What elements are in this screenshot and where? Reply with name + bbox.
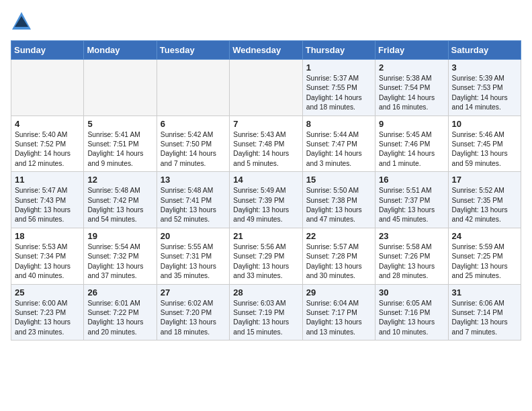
cell-info: Daylight: 14 hours	[15, 149, 80, 158]
calendar-cell: 25Sunrise: 6:00 AMSunset: 7:23 PMDayligh…	[11, 284, 84, 340]
cell-info: and 47 minutes.	[306, 215, 371, 224]
calendar-cell: 17Sunrise: 5:52 AMSunset: 7:35 PMDayligh…	[448, 172, 521, 228]
day-number: 3	[452, 62, 517, 73]
cell-info: Sunset: 7:20 PM	[161, 308, 226, 318]
cell-info: and 20 minutes.	[87, 328, 152, 337]
cell-info: Sunset: 7:53 PM	[452, 83, 517, 93]
cell-info: Daylight: 14 hours	[161, 149, 226, 158]
cell-info: Sunset: 7:19 PM	[233, 308, 298, 318]
calendar-cell: 12Sunrise: 5:48 AMSunset: 7:42 PMDayligh…	[84, 172, 157, 228]
cell-info: Sunset: 7:17 PM	[306, 308, 371, 318]
day-number: 27	[161, 287, 226, 298]
cell-info: Sunrise: 5:59 AM	[452, 242, 517, 252]
calendar-cell	[230, 60, 302, 116]
cell-info: Sunset: 7:54 PM	[379, 83, 444, 93]
cell-info: Sunset: 7:34 PM	[15, 252, 80, 261]
cell-info: Sunset: 7:29 PM	[233, 252, 298, 261]
cell-info: Sunset: 7:31 PM	[161, 252, 226, 261]
day-number: 18	[15, 231, 80, 241]
cell-info: Sunrise: 5:48 AM	[87, 186, 152, 195]
calendar-cell: 27Sunrise: 6:02 AMSunset: 7:20 PMDayligh…	[157, 284, 229, 340]
day-number: 21	[233, 231, 298, 241]
cell-info: Daylight: 14 hours	[379, 149, 444, 158]
day-number: 20	[161, 231, 226, 241]
cell-info: Sunset: 7:26 PM	[379, 252, 444, 261]
cell-info: Daylight: 13 hours	[161, 262, 226, 271]
day-number: 6	[161, 119, 226, 129]
cell-info: Sunrise: 5:39 AM	[452, 74, 517, 83]
calendar-cell: 28Sunrise: 6:03 AMSunset: 7:19 PMDayligh…	[230, 284, 302, 340]
cell-info: Daylight: 13 hours	[379, 205, 444, 215]
cell-info: Daylight: 13 hours	[452, 262, 517, 271]
cell-info: and 7 minutes.	[161, 159, 226, 169]
day-number: 12	[87, 175, 152, 185]
calendar-cell: 8Sunrise: 5:44 AMSunset: 7:47 PMDaylight…	[302, 116, 375, 172]
calendar-cell	[11, 60, 84, 116]
cell-info: and 49 minutes.	[233, 215, 298, 224]
day-number: 23	[379, 231, 444, 241]
calendar-cell: 26Sunrise: 6:01 AMSunset: 7:22 PMDayligh…	[84, 284, 157, 340]
cell-info: Sunset: 7:45 PM	[452, 140, 517, 149]
col-header-thursday: Thursday	[302, 41, 375, 60]
cell-info: and 52 minutes.	[161, 215, 226, 224]
cell-info: and 12 minutes.	[15, 159, 80, 169]
cell-info: Daylight: 13 hours	[15, 318, 80, 327]
cell-info: and 33 minutes.	[233, 271, 298, 281]
cell-info: and 37 minutes.	[87, 271, 152, 281]
calendar-table: SundayMondayTuesdayWednesdayThursdayFrid…	[11, 40, 521, 340]
day-number: 17	[452, 175, 517, 185]
cell-info: and 42 minutes.	[452, 215, 517, 224]
calendar-cell: 14Sunrise: 5:49 AMSunset: 7:39 PMDayligh…	[230, 172, 302, 228]
calendar-cell: 5Sunrise: 5:41 AMSunset: 7:51 PMDaylight…	[84, 116, 157, 172]
cell-info: Daylight: 13 hours	[87, 262, 152, 271]
calendar-cell: 20Sunrise: 5:55 AMSunset: 7:31 PMDayligh…	[157, 228, 229, 284]
cell-info: Sunrise: 5:49 AM	[233, 186, 298, 195]
calendar-cell: 31Sunrise: 6:06 AMSunset: 7:14 PMDayligh…	[448, 284, 521, 340]
day-number: 8	[306, 119, 371, 129]
cell-info: Sunrise: 6:02 AM	[161, 299, 226, 308]
cell-info: Sunset: 7:55 PM	[306, 83, 371, 93]
cell-info: and 59 minutes.	[452, 159, 517, 169]
cell-info: Sunrise: 6:00 AM	[15, 299, 80, 308]
cell-info: and 25 minutes.	[452, 271, 517, 281]
day-number: 2	[379, 62, 444, 73]
cell-info: Daylight: 13 hours	[87, 205, 152, 215]
day-number: 22	[306, 231, 371, 241]
cell-info: and 56 minutes.	[15, 215, 80, 224]
cell-info: Sunrise: 6:01 AM	[87, 299, 152, 308]
cell-info: Sunset: 7:37 PM	[379, 196, 444, 205]
cell-info: Daylight: 13 hours	[233, 262, 298, 271]
cell-info: Sunrise: 5:51 AM	[379, 186, 444, 195]
cell-info: Sunrise: 5:52 AM	[452, 186, 517, 195]
calendar-cell: 23Sunrise: 5:58 AMSunset: 7:26 PMDayligh…	[375, 228, 448, 284]
cell-info: and 7 minutes.	[452, 328, 517, 337]
day-number: 14	[233, 175, 298, 185]
col-header-saturday: Saturday	[448, 41, 521, 60]
cell-info: Sunset: 7:22 PM	[87, 308, 152, 318]
cell-info: Daylight: 14 hours	[306, 149, 371, 158]
logo	[11, 11, 35, 32]
cell-info: Sunrise: 5:47 AM	[15, 186, 80, 195]
cell-info: and 18 minutes.	[161, 328, 226, 337]
page-header	[11, 11, 521, 32]
cell-info: Daylight: 14 hours	[452, 93, 517, 103]
calendar-cell: 2Sunrise: 5:38 AMSunset: 7:54 PMDaylight…	[375, 60, 448, 116]
cell-info: and 14 minutes.	[452, 103, 517, 112]
cell-info: Sunrise: 6:04 AM	[306, 299, 371, 308]
day-number: 29	[306, 287, 371, 298]
cell-info: Daylight: 14 hours	[87, 149, 152, 158]
cell-info: Sunset: 7:28 PM	[306, 252, 371, 261]
cell-info: and 16 minutes.	[379, 103, 444, 112]
cell-info: and 40 minutes.	[15, 271, 80, 281]
logo-icon	[11, 11, 32, 32]
day-number: 25	[15, 287, 80, 298]
cell-info: and 45 minutes.	[379, 215, 444, 224]
cell-info: Sunset: 7:23 PM	[15, 308, 80, 318]
cell-info: Sunrise: 6:06 AM	[452, 299, 517, 308]
calendar-cell: 4Sunrise: 5:40 AMSunset: 7:52 PMDaylight…	[11, 116, 84, 172]
cell-info: Daylight: 14 hours	[379, 93, 444, 103]
cell-info: Daylight: 13 hours	[161, 318, 226, 327]
cell-info: Sunset: 7:42 PM	[87, 196, 152, 205]
cell-info: and 15 minutes.	[233, 328, 298, 337]
day-number: 24	[452, 231, 517, 241]
